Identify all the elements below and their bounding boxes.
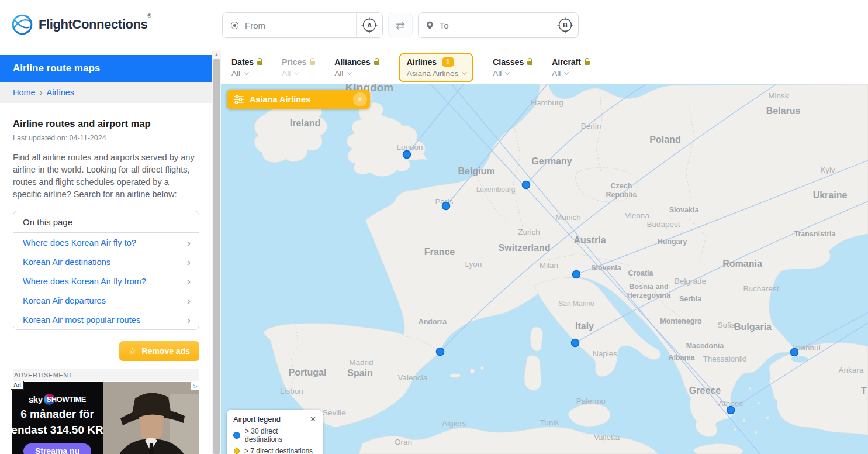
filter-airlines[interactable]: Airlines1 Asiana Airlines: [399, 53, 474, 82]
map-label: Slovakia: [669, 206, 700, 214]
toc-link-departures[interactable]: Korean Air departures ›: [13, 291, 199, 310]
map-label: Greece: [689, 386, 721, 395]
breadcrumb: Home›Airlines: [0, 82, 212, 103]
top-header: FlightConnections® A ⇄: [0, 0, 868, 50]
logo-sky-text: sky: [29, 394, 43, 404]
from-field[interactable]: A: [222, 12, 383, 38]
chevron-right-icon: ›: [187, 314, 191, 325]
map-label: Portugal: [289, 367, 327, 377]
to-marker-button[interactable]: B: [552, 16, 578, 34]
filter-aircraft[interactable]: Aircraft All: [552, 57, 590, 78]
toc-link-label[interactable]: Where does Korean Air fly from?: [23, 277, 146, 286]
toc-link-popular-routes[interactable]: Korean Air most popular routes ›: [13, 310, 199, 329]
airport-legend: Airport legend ✕ > 30 direct destination…: [227, 410, 323, 454]
filter-classes[interactable]: Classes All: [493, 57, 532, 78]
legend-close-icon[interactable]: ✕: [310, 415, 316, 423]
toc-link-label[interactable]: Where does Korean Air fly to?: [23, 238, 136, 247]
map-label: Belgrade: [675, 277, 706, 286]
compass-a-icon: A: [361, 16, 378, 34]
filter-value: All: [334, 69, 343, 78]
advertisement-banner[interactable]: Ad sky SHOWTIME 6 månader för endast 314…: [12, 382, 199, 454]
adchoices-icon[interactable]: ▷: [191, 382, 199, 390]
ad-cta-button[interactable]: Streama nu: [23, 443, 91, 454]
from-input[interactable]: [245, 20, 348, 30]
map-label: Herzegovina: [627, 291, 671, 300]
toc-link-fly-to[interactable]: Where does Korean Air fly to? ›: [13, 233, 199, 252]
map-label: Serbia: [679, 295, 702, 303]
filter-value: Asiana Airlines: [407, 69, 459, 78]
toc-link-label[interactable]: Korean Air most popular routes: [23, 315, 140, 325]
remove-ads-button[interactable]: ☆ Remove ads: [119, 341, 199, 361]
airport-dot[interactable]: [727, 407, 735, 414]
toc-link-destinations[interactable]: Korean Air destinations ›: [13, 252, 199, 271]
airport-dot[interactable]: [572, 339, 579, 347]
airport-dot[interactable]: [442, 202, 450, 210]
airport-dot[interactable]: [403, 151, 411, 159]
breadcrumb-airlines-link[interactable]: Airlines: [47, 88, 75, 97]
airport-dot[interactable]: [573, 271, 580, 278]
chevron-right-icon: ›: [187, 256, 191, 267]
scrollbar-thumb[interactable]: [213, 59, 220, 454]
map-label: Ukraine: [813, 190, 848, 200]
yellow-dot-icon: [234, 448, 240, 454]
filter-alliances[interactable]: Alliances All: [334, 57, 379, 78]
route-search: A ⇄ B: [222, 12, 579, 38]
to-input[interactable]: [440, 20, 544, 30]
toc-link-label[interactable]: Korean Air departures: [23, 296, 106, 305]
filter-sliders-icon: [234, 95, 244, 104]
compass-b-icon: B: [556, 16, 574, 34]
chevron-down-icon: [294, 70, 299, 74]
toc-link-fly-from[interactable]: Where does Korean Air fly from? ›: [13, 271, 199, 291]
filter-count-badge: 1: [442, 57, 454, 67]
chevron-down-icon: [505, 70, 510, 74]
ad-badge[interactable]: Ad: [11, 381, 24, 390]
globe-logo-icon: [11, 13, 34, 36]
to-field[interactable]: B: [418, 12, 579, 38]
cowboy-photo-art: [103, 382, 199, 454]
map-label: Republic: [606, 191, 637, 199]
chevron-right-icon: ›: [187, 295, 191, 306]
map-label: Thessaloniki: [703, 355, 746, 363]
map-label: Vienna: [625, 211, 649, 220]
airport-dot[interactable]: [791, 349, 798, 356]
filter-prices[interactable]: Prices All: [282, 57, 315, 78]
map-label: Naples: [593, 349, 617, 358]
map-label: Ireland: [290, 118, 320, 128]
map-label: Macedonia: [686, 342, 725, 350]
airport-dot[interactable]: [437, 348, 444, 356]
map-label: Palermo: [576, 397, 606, 405]
active-airline-tag[interactable]: Asiana Airlines ✕: [227, 90, 370, 109]
airline-tag-close-icon[interactable]: ✕: [353, 92, 367, 106]
star-icon: ☆: [129, 346, 136, 356]
airport-dot[interactable]: [523, 181, 530, 189]
map-label: Italy: [575, 321, 594, 331]
map-label: Albania: [668, 353, 695, 362]
route-map[interactable]: KingdomDublinMinskHamburgBelarusIrelandB…: [221, 84, 868, 454]
toc-link-label[interactable]: Korean Air destinations: [23, 257, 110, 267]
brand-logo[interactable]: FlightConnections®: [11, 13, 151, 36]
map-label: Minsk: [768, 91, 789, 100]
landmass: [254, 84, 868, 454]
map-label: Hungary: [658, 238, 687, 246]
chevron-down-icon: [564, 70, 569, 74]
map-label: Milan: [540, 261, 558, 270]
filter-dates[interactable]: Dates All: [231, 57, 262, 78]
map-canvas: KingdomDublinMinskHamburgBelarusIrelandB…: [221, 84, 868, 454]
filter-value: All: [552, 69, 561, 78]
sidebar-title: Airline route maps: [0, 55, 212, 82]
airline-tag-label: Asiana Airlines: [250, 95, 347, 104]
scroll-up-arrow-icon[interactable]: ▲: [212, 50, 221, 59]
blue-dot-icon: [233, 432, 240, 439]
svg-text:B: B: [563, 22, 568, 29]
filter-label: Dates: [231, 57, 254, 67]
on-this-page-box: On this page Where does Korean Air fly t…: [13, 211, 199, 330]
filter-label: Prices: [282, 57, 306, 67]
map-label: Montenegro: [660, 317, 702, 325]
advertisement-label: ADVERTISEMENT: [13, 369, 199, 381]
sidebar-scrollbar[interactable]: ▲: [212, 50, 221, 454]
map-label: Bosnia and: [629, 283, 668, 291]
breadcrumb-home-link[interactable]: Home: [13, 88, 36, 97]
swap-from-to-button[interactable]: ⇄: [388, 13, 413, 37]
map-label: Bulgaria: [734, 322, 772, 332]
from-marker-button[interactable]: A: [357, 16, 382, 34]
